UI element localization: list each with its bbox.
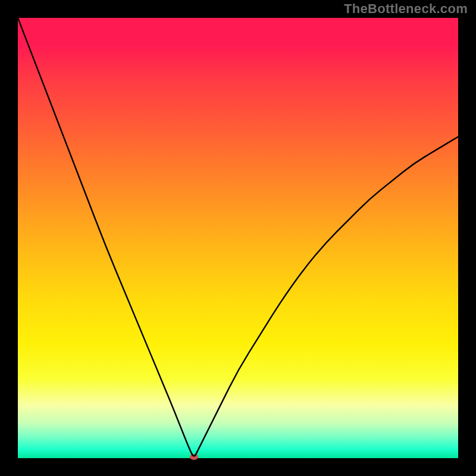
plot-gradient-area [18,18,458,458]
optimum-marker [190,454,198,460]
bottleneck-curve [18,18,458,458]
chart-frame: TheBottleneck.com [0,0,476,476]
curve-path [18,18,458,456]
watermark-text: TheBottleneck.com [344,1,468,17]
